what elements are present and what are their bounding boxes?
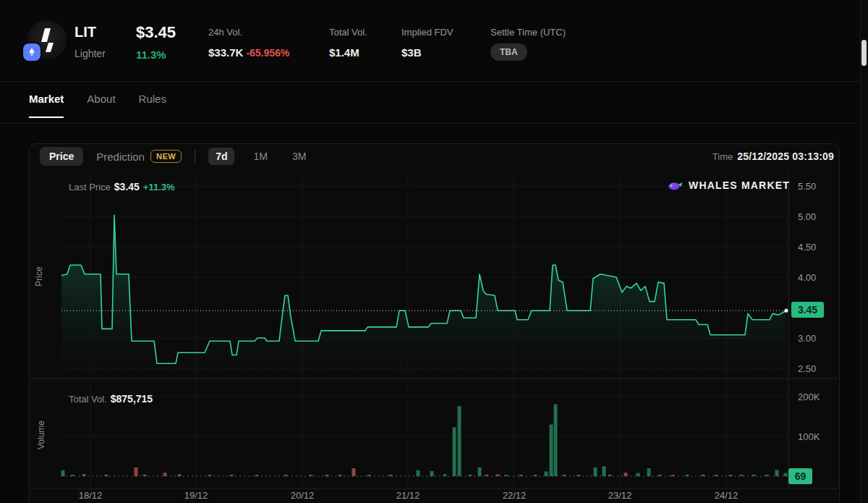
volume-bar	[417, 470, 420, 476]
current-volume-badge: 69	[788, 468, 812, 484]
volume-bar	[61, 470, 65, 476]
price-tick-label: 4.50	[798, 242, 816, 253]
stat-value: $33.7K	[208, 46, 243, 59]
scrollbar-thumb[interactable]	[861, 40, 867, 66]
volume-bar	[163, 473, 167, 476]
token-price: $3.45	[136, 23, 176, 42]
volume-bar	[284, 475, 288, 476]
volume-tick-label: 200K	[798, 392, 820, 402]
total-volume-legend: Total Vol.$875,715	[69, 393, 153, 405]
volume-bar	[430, 471, 434, 476]
stat-label: Implied FDV	[401, 27, 454, 38]
stat-label: 24h Vol.	[208, 27, 289, 38]
chart-time: Time25/12/2025 03:13:09	[712, 151, 834, 162]
volume-tick-label: 100K	[798, 431, 820, 442]
volume-bar	[458, 406, 461, 476]
price-axis-title: Price	[34, 266, 44, 286]
last-price-label: Last Price	[69, 182, 111, 193]
tba-badge: TBA	[490, 43, 527, 61]
stat-label: Settle Time (UTC)	[490, 27, 566, 38]
volume-bar	[478, 468, 482, 476]
stat-settle-time: Settle Time (UTC) TBA	[490, 27, 566, 61]
volume-bar	[603, 466, 606, 476]
last-price-change: +11.3%	[143, 182, 175, 193]
range-3m-button[interactable]: 3M	[286, 148, 312, 165]
ethereum-chain-icon	[23, 43, 41, 61]
tab-rules[interactable]: Rules	[139, 93, 166, 118]
total-vol-label: Total Vol.	[69, 394, 107, 405]
time-value: 25/12/2025 03:13:09	[737, 151, 834, 162]
volume-bar	[545, 471, 548, 476]
prediction-mode-button[interactable]: Prediction NEW	[96, 150, 182, 163]
stat-implied-fdv: Implied FDV $3B	[401, 27, 454, 59]
chart-canvas[interactable]: 5.505.004.504.003.002.50200K100K18/1219/…	[30, 168, 838, 503]
header-divider	[0, 81, 868, 82]
tab-about[interactable]: About	[87, 93, 115, 118]
date-tick-label: 21/12	[396, 490, 420, 501]
stat-value: $3B	[401, 46, 454, 59]
toolbar-divider	[195, 150, 195, 163]
volume-bar	[554, 404, 558, 476]
tab-market[interactable]: Market	[29, 93, 64, 118]
token-change: 11.3%	[136, 48, 176, 61]
price-tick-label: 4.00	[798, 272, 816, 283]
volume-bar	[740, 475, 744, 476]
price-tick-label: 5.00	[798, 211, 816, 222]
page-scrollbar	[860, 0, 868, 503]
token-symbol: LIT	[75, 24, 106, 41]
volume-bar	[647, 468, 651, 476]
chart-toolbar: Price Prediction NEW 7d 1M 3M	[40, 146, 312, 166]
range-1m-button[interactable]: 1M	[247, 148, 273, 165]
date-tick-label: 20/12	[291, 490, 315, 501]
time-label: Time	[712, 151, 733, 162]
volume-bar	[453, 427, 456, 476]
total-vol-value: $875,715	[111, 393, 153, 405]
current-price-badge: 3.45	[791, 302, 824, 318]
volume-bar	[624, 473, 628, 476]
volume-bar	[594, 468, 597, 476]
new-badge: NEW	[150, 150, 182, 163]
prediction-label: Prediction	[96, 151, 145, 163]
last-price-legend: Last Price$3.45+11.3%	[69, 181, 175, 193]
tabs-divider	[0, 123, 868, 124]
price-tick-label: 5.50	[798, 181, 816, 192]
range-7d-button[interactable]: 7d	[208, 148, 234, 165]
volume-bar	[352, 468, 356, 476]
price-tick-label: 3.00	[798, 333, 816, 344]
last-point-dot	[784, 309, 788, 313]
price-tick-label: 2.50	[798, 363, 816, 374]
volume-axis-title: Volume	[36, 420, 46, 449]
stat-total-vol: Total Vol. $1.4M	[329, 27, 367, 59]
price-area	[61, 215, 786, 378]
stat-24h-vol: 24h Vol. $33.7K-65.956%	[208, 27, 289, 59]
stat-value: $1.4M	[329, 46, 367, 59]
volume-bar	[637, 473, 640, 476]
stat-delta: -65.956%	[246, 47, 289, 59]
date-tick-label: 24/12	[715, 490, 739, 501]
stat-label: Total Vol.	[329, 27, 367, 38]
volume-bar	[775, 470, 779, 476]
date-tick-label: 22/12	[503, 490, 527, 501]
price-mode-button[interactable]: Price	[40, 147, 83, 166]
token-name: Lighter	[75, 48, 106, 59]
date-tick-label: 18/12	[79, 490, 103, 501]
whale-icon	[668, 180, 683, 191]
volume-bar	[784, 473, 788, 476]
watermark-text: WHALES MARKET	[689, 179, 790, 191]
volume-bar	[135, 468, 138, 476]
date-tick-label: 19/12	[184, 490, 208, 501]
volume-bar	[550, 425, 553, 477]
last-price-value: $3.45	[114, 181, 140, 193]
page-tabs: Market About Rules	[29, 93, 166, 118]
date-tick-label: 23/12	[608, 490, 632, 501]
market-page: LIT Lighter $3.45 11.3% 24h Vol. $33.7K-…	[0, 0, 868, 503]
whales-market-watermark: WHALES MARKET	[668, 179, 790, 191]
